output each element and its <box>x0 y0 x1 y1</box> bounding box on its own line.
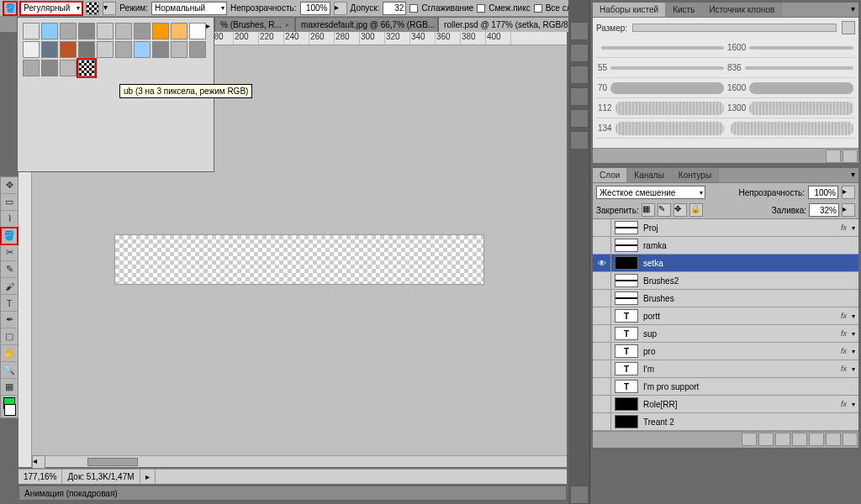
close-icon[interactable]: × <box>285 21 289 29</box>
layer-thumbnail[interactable] <box>615 291 638 305</box>
scroll-left-button[interactable]: ◂ <box>32 455 45 469</box>
gradient-tool[interactable]: ▦ <box>1 379 18 396</box>
pattern-swatch-button[interactable] <box>86 2 99 15</box>
move-tool[interactable]: ✥ <box>1 177 18 194</box>
zoom-level[interactable]: 177,16% <box>18 470 62 484</box>
tab-paths[interactable]: Контуры <box>672 168 719 182</box>
lock-all-icon[interactable]: 🔒 <box>689 203 703 217</box>
dock-adjustments-icon[interactable] <box>570 109 589 128</box>
tab-brush-presets[interactable]: Наборы кистей <box>593 3 666 17</box>
pattern-swatch[interactable] <box>78 41 95 58</box>
fill-input[interactable]: 32% <box>809 203 839 217</box>
brush-toggle-icon[interactable] <box>842 21 855 34</box>
layer-thumbnail[interactable] <box>615 309 638 323</box>
doc-size[interactable]: Док: 51,3K/1,47M <box>62 470 140 484</box>
pattern-swatch[interactable] <box>134 41 151 58</box>
crop-tool[interactable]: ✂ <box>1 244 18 261</box>
pattern-swatch[interactable] <box>41 60 58 76</box>
layer-mask-icon[interactable] <box>775 433 790 446</box>
chevron-down-icon[interactable]: ▾ <box>848 224 858 232</box>
brush-size-slider[interactable] <box>632 24 837 32</box>
pattern-swatch[interactable] <box>115 41 132 58</box>
pattern-swatch[interactable] <box>97 41 114 58</box>
visibility-toggle[interactable] <box>593 343 611 360</box>
tab-clone-source[interactable]: Источник клонов <box>702 3 782 17</box>
pattern-swatch[interactable] <box>152 41 169 58</box>
layer-group-icon[interactable] <box>809 433 824 446</box>
eyedropper-tool[interactable]: ✎ <box>1 261 18 278</box>
pattern-swatch[interactable] <box>23 41 40 58</box>
pattern-swatch[interactable] <box>171 41 188 58</box>
new-layer-icon[interactable] <box>826 433 841 446</box>
opacity-input[interactable]: 100% <box>300 2 330 15</box>
brush-preset[interactable]: 70 <box>596 78 726 98</box>
shape-tool[interactable]: ▢ <box>1 328 18 345</box>
pattern-swatch[interactable] <box>60 23 77 39</box>
contiguous-checkbox[interactable] <box>477 4 485 13</box>
visibility-toggle[interactable] <box>593 290 611 307</box>
brush-preset[interactable]: 55 <box>596 58 726 78</box>
brush-preset[interactable]: 836 <box>726 58 855 78</box>
visibility-toggle[interactable]: 👁 <box>593 255 611 271</box>
layer-row[interactable]: 👁setka <box>593 255 858 272</box>
layer-thumbnail[interactable] <box>615 256 638 270</box>
layer-thumbnail[interactable] <box>615 327 638 340</box>
layer-opacity-input[interactable]: 100% <box>808 186 838 199</box>
layer-fx-icon[interactable] <box>758 433 774 446</box>
lock-pixels-icon[interactable]: ✎ <box>658 203 671 217</box>
dock-character-icon[interactable] <box>570 486 589 504</box>
scroll-thumb[interactable] <box>87 458 138 466</box>
dock-navigator-icon[interactable] <box>570 22 589 40</box>
pattern-type-combo[interactable]: Регулярный <box>20 2 82 15</box>
pattern-swatch[interactable] <box>60 41 77 58</box>
zoom-tool[interactable]: 🔍 <box>1 362 18 379</box>
pattern-swatch[interactable] <box>78 60 95 76</box>
pattern-picker-toggle[interactable]: ▾ <box>103 2 116 15</box>
brush-new-icon[interactable] <box>826 150 841 163</box>
brush-preset[interactable] <box>596 38 726 58</box>
pattern-swatch[interactable] <box>115 23 132 39</box>
pattern-swatch[interactable] <box>41 41 58 58</box>
layer-row[interactable]: Brushes2 <box>593 272 858 290</box>
layer-row[interactable]: ramka <box>593 237 858 255</box>
layer-thumbnail[interactable] <box>615 344 638 358</box>
pattern-swatch[interactable] <box>189 23 206 39</box>
visibility-toggle[interactable] <box>593 237 611 254</box>
visibility-toggle[interactable] <box>593 378 611 395</box>
pattern-swatch[interactable] <box>60 60 77 76</box>
bucket-tool[interactable]: 🪣 <box>1 228 18 244</box>
animation-panel-tab[interactable]: Анимация (покадровая) <box>18 486 567 501</box>
pattern-swatch[interactable] <box>23 60 40 76</box>
adjustment-layer-icon[interactable] <box>792 433 807 446</box>
tab-channels[interactable]: Каналы <box>627 168 672 182</box>
pattern-swatch[interactable] <box>41 23 58 39</box>
layer-row[interactable]: profx▾ <box>593 343 858 360</box>
lock-transparent-icon[interactable]: ▦ <box>642 203 655 217</box>
visibility-toggle[interactable] <box>593 272 611 289</box>
all-layers-checkbox[interactable] <box>534 4 542 13</box>
layer-blend-combo[interactable]: Жесткое смешение <box>596 186 705 199</box>
layer-row[interactable]: Projfx▾ <box>593 219 858 237</box>
layer-thumbnail[interactable] <box>615 380 638 393</box>
visibility-toggle[interactable] <box>593 396 611 412</box>
brush-preset[interactable]: 1300 <box>726 98 855 118</box>
dock-styles-icon[interactable] <box>570 87 589 106</box>
tab-brush[interactable]: Кисть <box>666 3 702 17</box>
layer-row[interactable]: supfx▾ <box>593 325 858 343</box>
delete-layer-icon[interactable] <box>843 433 858 446</box>
background-color[interactable] <box>4 404 16 416</box>
layer-row[interactable]: Treant 2 <box>593 413 858 431</box>
status-flyout[interactable]: ▸ <box>140 470 156 484</box>
pen-tool[interactable]: ✒ <box>1 312 18 328</box>
tab-layers[interactable]: Слои <box>593 168 627 182</box>
layer-row[interactable]: Role[RR]fx▾ <box>593 396 858 413</box>
layer-thumbnail[interactable] <box>615 221 638 234</box>
scrollbar-horizontal[interactable]: ◂ <box>32 455 567 467</box>
brush-preset[interactable]: 1600 <box>726 38 855 58</box>
visibility-toggle[interactable] <box>593 413 611 430</box>
layer-row[interactable]: Brushes <box>593 290 858 307</box>
layers-panel-menu[interactable]: ▾ <box>848 168 858 182</box>
pattern-swatch[interactable] <box>23 23 40 39</box>
brush-delete-icon[interactable] <box>843 150 858 163</box>
brush-preset[interactable]: 112 <box>596 98 726 118</box>
